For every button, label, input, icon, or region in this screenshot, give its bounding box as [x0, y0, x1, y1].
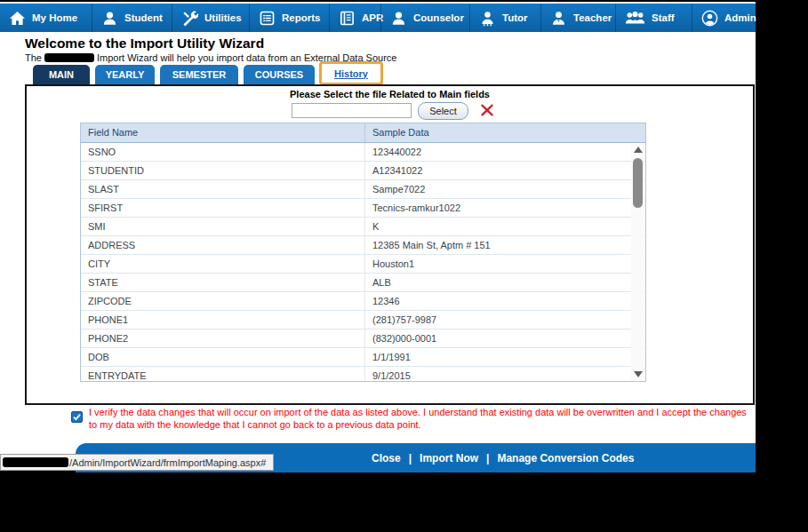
cell-field: SLAST: [81, 180, 365, 198]
field-mapping-table: Field Name Sample Data SSNO123440022 STU…: [80, 123, 646, 382]
student-icon: [101, 10, 118, 27]
top-navbar: My Home Student Utilities Reports APR Co…: [0, 4, 756, 32]
cell-field: ZIPCODE: [81, 292, 365, 310]
cell-sample: 12346: [365, 292, 645, 310]
utilities-icon: [181, 10, 198, 27]
nav-label: Teacher: [573, 12, 612, 23]
nav-label: Student: [124, 12, 163, 23]
select-file-button[interactable]: Select: [418, 102, 468, 120]
cell-field: ADDRESS: [81, 236, 365, 254]
tab-main[interactable]: MAIN: [33, 65, 90, 84]
cell-sample: ALB: [365, 274, 645, 291]
cell-sample: (832)000-0001: [365, 330, 645, 347]
scroll-down-arrow-icon[interactable]: [632, 369, 644, 380]
tab-yearly[interactable]: YEARLY: [95, 65, 155, 84]
table-row: DOB1/1/1991: [81, 348, 645, 367]
scrollbar-thumb[interactable]: [633, 158, 643, 208]
cell-sample: (281)757-9987: [365, 311, 645, 329]
cell-field: STATE: [81, 274, 365, 291]
nav-item-reports[interactable]: Reports: [249, 4, 329, 32]
tutor-icon: [479, 10, 496, 27]
scroll-up-arrow-icon[interactable]: [632, 144, 644, 155]
cell-sample: K: [365, 218, 645, 235]
cell-sample: 123440022: [365, 143, 645, 161]
cell-field: DOB: [81, 348, 365, 366]
check-icon: [73, 413, 81, 421]
nav-item-tutor[interactable]: Tutor: [469, 4, 540, 32]
cell-sample: Tecnics-ramkur1022: [365, 199, 645, 217]
staff-icon: [625, 10, 645, 27]
table-row: SFIRSTTecnics-ramkur1022: [81, 199, 645, 218]
nav-item-student[interactable]: Student: [92, 4, 172, 32]
table-row: ZIPCODE12346: [81, 292, 645, 311]
nav-label: Counselor: [413, 12, 464, 23]
nav-label: Admin: [724, 12, 756, 23]
cell-sample: 12385 Main St, Aptm # 151: [365, 236, 645, 254]
cell-field: SMI: [81, 218, 365, 235]
nav-item-staff[interactable]: Staff: [615, 4, 692, 32]
nav-item-utilities[interactable]: Utilities: [172, 4, 249, 32]
cell-sample: Houston1: [365, 255, 645, 273]
counselor-icon: [390, 10, 407, 27]
table-row: CITYHouston1: [81, 255, 645, 274]
table-row: SSNO123440022: [81, 143, 645, 162]
cell-field: ENTRYDATE: [81, 367, 365, 382]
nav-item-admin[interactable]: Admin: [692, 4, 756, 32]
footer-separator: |: [409, 452, 412, 465]
column-header-field-name: Field Name: [81, 123, 365, 142]
table-scrollbar[interactable]: [631, 144, 644, 380]
nav-label: My Home: [32, 12, 77, 23]
cell-sample: Sampe7022: [365, 180, 645, 198]
cell-field: STUDENTID: [81, 162, 365, 179]
nav-item-counselor[interactable]: Counselor: [380, 4, 469, 32]
table-row: PHONE2(832)000-0001: [81, 330, 645, 348]
red-x-icon[interactable]: [480, 103, 494, 117]
cell-field: PHONE2: [81, 330, 365, 347]
status-url-tooltip: /Admin/ImportWizard/frmImportMaping.aspx…: [0, 454, 274, 471]
table-header-row: Field Name Sample Data: [81, 123, 645, 143]
close-button[interactable]: Close: [372, 452, 401, 465]
verify-checkbox[interactable]: [71, 411, 83, 423]
verify-statement: I verify the data changes that will occu…: [89, 407, 748, 431]
tab-semester[interactable]: SEMESTER: [160, 65, 238, 84]
column-header-sample-data: Sample Data: [365, 123, 645, 142]
nav-item-teacher[interactable]: Teacher: [540, 4, 615, 32]
table-row: ADDRESS12385 Main St, Aptm # 151: [81, 236, 645, 255]
table-row: SLASTSampe7022: [81, 180, 645, 199]
nav-label: Tutor: [502, 12, 528, 23]
cell-field: CITY: [81, 255, 365, 273]
page-title: Welcome to the Import Utility Wizard: [25, 36, 264, 52]
status-url-text: /Admin/ImportWizard/frmImportMaping.aspx…: [69, 457, 266, 468]
redacted-domain: [3, 457, 68, 467]
app-page: My Home Student Utilities Reports APR Co…: [0, 0, 756, 471]
manage-conversion-codes-button[interactable]: Manage Conversion Codes: [497, 452, 634, 465]
footer-separator: |: [486, 452, 489, 465]
wizard-panel: Please Select the file Related to Main f…: [25, 84, 755, 405]
nav-item-my-home[interactable]: My Home: [0, 4, 92, 32]
cell-sample: A12341022: [365, 162, 645, 179]
redacted-text: [44, 53, 94, 62]
nav-label: Utilities: [204, 12, 242, 23]
teacher-icon: [550, 10, 567, 27]
nav-label: Reports: [282, 12, 320, 23]
import-now-button[interactable]: Import Now: [420, 452, 478, 465]
reports-icon: [259, 10, 276, 27]
table-row: PHONE1(281)757-9987: [81, 311, 645, 330]
subtitle-prefix: The: [25, 52, 42, 63]
cell-field: SFIRST: [81, 199, 365, 217]
table-row: SMIK: [81, 218, 645, 236]
file-path-input[interactable]: [292, 103, 412, 118]
admin-icon: [701, 10, 718, 27]
apr-icon: [339, 10, 356, 27]
nav-label: Staff: [652, 12, 675, 23]
cell-field: SSNO: [81, 143, 365, 161]
home-icon: [9, 10, 26, 27]
tab-history[interactable]: History: [319, 61, 383, 85]
tab-courses[interactable]: COURSES: [244, 65, 315, 84]
nav-item-apr[interactable]: APR: [329, 4, 380, 32]
cell-field: PHONE1: [81, 311, 365, 329]
cell-sample: 9/1/2015: [365, 367, 645, 382]
tab-history-label: History: [334, 68, 368, 79]
file-select-prompt: Please Select the file Related to Main f…: [27, 89, 753, 99]
table-row: ENTRYDATE9/1/2015: [81, 367, 645, 382]
